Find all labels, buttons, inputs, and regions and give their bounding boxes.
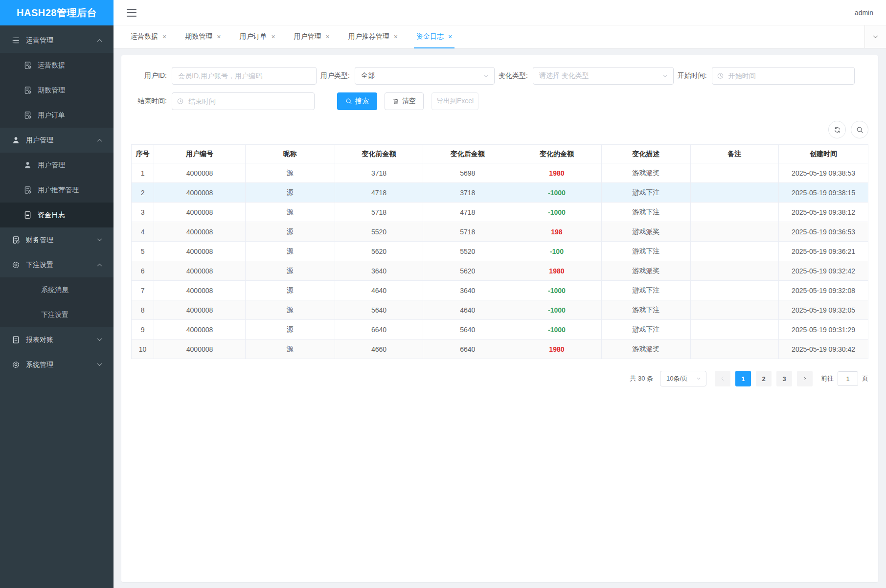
search-button[interactable]: 搜索 (337, 92, 377, 110)
search-icon (345, 98, 352, 105)
chevron-up-icon (95, 36, 104, 45)
total-count: 共 30 条 (630, 374, 653, 383)
chevron-down-icon (696, 376, 702, 382)
topbar: admin (114, 0, 886, 25)
goto-label: 前往 (821, 374, 834, 383)
docgear-icon (23, 186, 32, 194)
export-excel-button[interactable]: 导出到Excel (432, 92, 478, 110)
table-row: 74000008源46403640-1000游戏下注2025-05-19 09:… (132, 281, 868, 300)
change-type-label: 变化类型: (499, 71, 533, 80)
sidebar-item[interactable]: 报表对账 (0, 327, 114, 352)
change-type-placeholder: 请选择 变化类型 (539, 71, 589, 80)
sidebar-submenu: 系统消息下注设置 (0, 277, 114, 327)
sidebar-item[interactable]: 资金日志 (0, 203, 114, 227)
column-header: 变化描述 (601, 145, 690, 163)
tab[interactable]: 用户管理× (285, 25, 339, 48)
tab[interactable]: 运营数据× (121, 25, 176, 48)
docgear-icon (12, 236, 20, 244)
clear-button[interactable]: 清空 (385, 92, 424, 110)
tab-close-icon[interactable]: × (217, 33, 221, 40)
page-size-select[interactable]: 10条/页 (660, 371, 706, 386)
refresh-button[interactable] (828, 121, 846, 138)
start-time-field (712, 67, 855, 85)
chevron-up-icon (95, 261, 104, 269)
table-header-row: 序号用户编号昵称变化前金额变化后金额变化的金额变化描述备注创建时间 (132, 145, 868, 163)
sidebar-item[interactable]: 系统消息 (0, 277, 114, 302)
chevron-left-icon (720, 376, 726, 382)
chevron-right-icon (802, 376, 808, 382)
table-row: 24000008源47183718-1000游戏下注2025-05-19 09:… (132, 183, 868, 203)
sidebar-item[interactable]: 期数管理 (0, 78, 114, 103)
tab-close-icon[interactable]: × (271, 33, 275, 40)
page-number-button[interactable]: 2 (756, 371, 772, 386)
user-icon (23, 161, 32, 169)
end-time-input[interactable] (172, 92, 315, 110)
sidebar: HASH28管理后台 运营管理运营数据期数管理用户订单用户管理用户管理用户推荐管… (0, 0, 114, 588)
tab[interactable]: 期数管理× (176, 25, 230, 48)
tab-close-icon[interactable]: × (162, 33, 166, 40)
page-number-button[interactable]: 3 (776, 371, 792, 386)
change-type-select[interactable]: 请选择 变化类型 (533, 67, 674, 85)
main-column: admin 运营数据×期数管理×用户订单×用户管理×用户推荐管理×资金日志× 用… (114, 0, 886, 588)
sidebar-item[interactable]: 用户管理 (0, 153, 114, 178)
table-toolbar (131, 121, 868, 138)
table-search-button[interactable] (851, 121, 868, 138)
prev-page-button[interactable] (715, 371, 730, 386)
user-id-label: 用户ID: (131, 71, 172, 80)
tab[interactable]: 用户订单× (230, 25, 284, 48)
goto-page-input[interactable] (838, 371, 858, 386)
user-name[interactable]: admin (855, 9, 873, 17)
table-row: 84000008源56404640-1000游戏下注2025-05-19 09:… (132, 300, 868, 320)
column-header: 序号 (132, 145, 154, 163)
tab[interactable]: 资金日志× (407, 25, 461, 48)
column-header: 创建时间 (779, 145, 868, 163)
doc-icon (12, 336, 20, 344)
sidebar-item[interactable]: 用户订单 (0, 103, 114, 128)
tab-label: 用户管理 (294, 32, 321, 41)
app-logo: HASH28管理后台 (0, 0, 114, 25)
sidebar-submenu: 用户管理用户推荐管理资金日志 (0, 153, 114, 227)
chevron-down-icon (871, 33, 880, 41)
doc-icon (23, 211, 32, 219)
filter-row-1: 用户ID: 用户类型: 全部 变化类型: 请选择 变化类型 开始时间: (131, 67, 868, 85)
start-time-input[interactable] (712, 67, 855, 85)
sidebar-item[interactable]: 财务管理 (0, 227, 114, 252)
clock-icon (717, 72, 724, 80)
user-icon (12, 136, 20, 144)
sidebar-item[interactable]: 用户管理 (0, 128, 114, 153)
next-page-button[interactable] (797, 371, 813, 386)
page-buttons: 123 (733, 371, 795, 386)
end-time-field (172, 92, 315, 110)
refresh-icon (834, 126, 841, 134)
tab-label: 运营数据 (131, 32, 158, 41)
tab-close-icon[interactable]: × (394, 33, 398, 40)
user-type-select[interactable]: 全部 (355, 67, 495, 85)
tab[interactable]: 用户推荐管理× (339, 25, 407, 48)
column-header: 变化后金额 (423, 145, 512, 163)
trash-icon (392, 98, 399, 105)
user-id-input[interactable] (172, 67, 317, 85)
sidebar-item[interactable]: 运营管理 (0, 28, 114, 53)
table-row: 54000008源56205520-100游戏下注2025-05-19 09:3… (132, 242, 868, 261)
tab-label: 资金日志 (416, 32, 444, 41)
sidebar-item[interactable]: 用户推荐管理 (0, 178, 114, 203)
page-number-button[interactable]: 1 (735, 371, 751, 386)
hamburger-menu-icon[interactable] (127, 9, 136, 17)
sidebar-submenu: 运营数据期数管理用户订单 (0, 53, 114, 128)
search-icon (856, 126, 863, 134)
sidebar-item[interactable]: 下注设置 (0, 302, 114, 327)
tabs: 运营数据×期数管理×用户订单×用户管理×用户推荐管理×资金日志× (114, 25, 864, 48)
funds-log-table: 序号用户编号昵称变化前金额变化后金额变化的金额变化描述备注创建时间 140000… (131, 144, 868, 359)
tab-close-icon[interactable]: × (448, 33, 452, 40)
user-type-label: 用户类型: (320, 71, 355, 80)
user-type-value: 全部 (361, 71, 375, 80)
sidebar-item[interactable]: 运营数据 (0, 53, 114, 78)
tabs-dropdown-button[interactable] (864, 25, 886, 48)
end-time-label: 结束时间: (131, 97, 172, 106)
start-time-label: 开始时间: (678, 71, 712, 80)
tab-close-icon[interactable]: × (326, 33, 330, 40)
column-header: 变化前金额 (335, 145, 423, 163)
table-row: 64000008源364056201980游戏派奖2025-05-19 09:3… (132, 261, 868, 281)
sidebar-item[interactable]: 系统管理 (0, 352, 114, 377)
sidebar-item[interactable]: 下注设置 (0, 252, 114, 277)
